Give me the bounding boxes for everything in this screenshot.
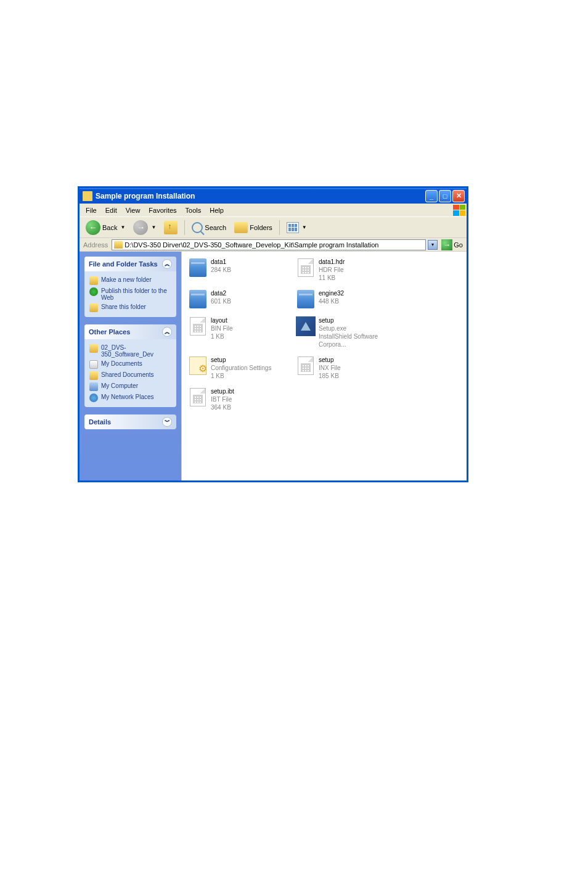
details-header[interactable]: Details ︾ [84, 414, 176, 429]
collapse-icon[interactable]: ︽ [162, 327, 172, 337]
sidebar: File and Folder Tasks ︽ Make a new folde… [80, 252, 181, 480]
file-meta: INX File [319, 364, 341, 372]
document-icon [298, 258, 314, 277]
place-item[interactable]: Shared Documents [89, 370, 171, 381]
address-dropdown[interactable]: ▾ [428, 240, 438, 250]
folder-icon [114, 241, 123, 249]
place-icon [89, 360, 98, 369]
task-label: Share this folder [101, 303, 146, 310]
titlebar[interactable]: Sample program Installation _ □ ✕ [80, 188, 467, 204]
dropdown-icon: ▼ [151, 225, 156, 230]
file-name: engine32 [319, 289, 344, 297]
file-meta: Configuration Settings [211, 364, 271, 372]
separator [184, 220, 185, 235]
file-list[interactable]: data1284 KBdata1.hdrHDR File11 KBdata260… [181, 252, 467, 480]
file-meta: 448 KB [319, 297, 344, 305]
task-label: Make a new folder [101, 276, 152, 283]
back-button[interactable]: ← Back ▼ [83, 219, 128, 236]
address-path: D:\DVS-350 Dirver\02_DVS-350_Software_De… [125, 241, 378, 249]
task-item[interactable]: Publish this folder to the Web [89, 286, 171, 302]
file-meta: 1 KB [211, 372, 271, 380]
file-name: layout [211, 316, 233, 324]
maximize-button[interactable]: □ [439, 190, 451, 202]
document-icon [190, 317, 206, 336]
place-item[interactable]: My Computer [89, 381, 171, 392]
place-item[interactable]: My Network Places [89, 392, 171, 403]
place-item[interactable]: My Documents [89, 359, 171, 370]
file-meta: 1 KB [211, 332, 233, 340]
expand-icon[interactable]: ︾ [162, 417, 172, 427]
menu-edit[interactable]: Edit [101, 205, 121, 216]
cabinet-icon [189, 290, 206, 308]
menu-file[interactable]: File [81, 205, 101, 216]
file-item[interactable]: setupINX File185 KB [295, 355, 402, 381]
folder-icon [83, 191, 92, 201]
up-button[interactable] [161, 220, 181, 236]
task-item[interactable]: Make a new folder [89, 275, 171, 286]
file-item[interactable]: setup.ibtIBT File364 KB [187, 386, 295, 413]
file-name: data1.hdr [319, 258, 345, 266]
file-meta: 601 KB [211, 297, 231, 305]
window-controls: _ □ ✕ [425, 190, 465, 202]
file-name: setup.ibt [211, 387, 234, 395]
separator [279, 220, 280, 235]
address-input[interactable]: D:\DVS-350 Dirver\02_DVS-350_Software_De… [112, 239, 426, 250]
close-button[interactable]: ✕ [452, 190, 465, 202]
window-title: Sample program Installation [96, 192, 425, 200]
folder-up-icon [164, 221, 178, 234]
place-label: 02_DVS-350_Software_Dev [101, 344, 171, 358]
file-meta: 284 KB [211, 266, 231, 274]
menu-favorites[interactable]: Favorites [144, 205, 181, 216]
back-icon: ← [86, 220, 100, 235]
forward-icon: → [133, 220, 148, 235]
views-button[interactable]: ▼ [284, 221, 310, 234]
file-item[interactable]: setupSetup.exeInstallShield Software Cor… [295, 315, 402, 350]
task-icon [89, 303, 98, 312]
content-area: File and Folder Tasks ︽ Make a new folde… [80, 252, 467, 480]
file-meta: 364 KB [211, 403, 234, 411]
toolbar: ← Back ▼ → ▼ Search Folders ▼ [80, 217, 467, 238]
cabinet-icon [189, 258, 206, 277]
folders-button[interactable]: Folders [231, 221, 276, 234]
search-button[interactable]: Search [189, 221, 229, 234]
place-icon [89, 382, 98, 391]
menu-view[interactable]: View [121, 205, 145, 216]
task-icon [89, 276, 98, 285]
file-item[interactable]: engine32448 KB [295, 288, 402, 310]
task-item[interactable]: Share this folder [89, 302, 171, 313]
task-label: Publish this folder to the Web [101, 287, 171, 301]
explorer-window: Sample program Installation _ □ ✕ File E… [78, 186, 468, 482]
file-name: data2 [211, 289, 231, 297]
config-icon [189, 357, 206, 375]
places-panel: Other Places ︽ 02_DVS-350_Software_DevMy… [84, 324, 176, 407]
file-meta: InstallShield Software Corpora... [319, 332, 401, 348]
file-item[interactable]: layoutBIN File1 KB [187, 315, 295, 350]
places-header[interactable]: Other Places ︽ [84, 324, 176, 339]
file-item[interactable]: setupConfiguration Settings1 KB [187, 355, 295, 381]
forward-button[interactable]: → ▼ [130, 219, 159, 236]
file-name: setup [211, 356, 271, 364]
place-icon [89, 344, 98, 353]
file-meta: Setup.exe [319, 324, 401, 332]
cabinet-icon [297, 290, 314, 308]
minimize-button[interactable]: _ [425, 190, 438, 202]
file-item[interactable]: data2601 KB [187, 288, 295, 310]
document-icon [298, 357, 314, 375]
menu-tools[interactable]: Tools [181, 205, 206, 216]
tasks-header[interactable]: File and Folder Tasks ︽ [84, 257, 176, 271]
file-item[interactable]: data1.hdrHDR File11 KB [295, 257, 402, 283]
dropdown-icon: ▼ [120, 225, 125, 230]
collapse-icon[interactable]: ︽ [162, 259, 172, 269]
file-item[interactable]: data1284 KB [187, 257, 295, 283]
go-button[interactable]: → Go [439, 239, 465, 250]
menu-help[interactable]: Help [205, 205, 228, 216]
place-label: My Network Places [101, 394, 154, 400]
windows-logo-icon [453, 205, 465, 216]
file-name: setup [319, 356, 341, 364]
place-label: My Documents [101, 360, 142, 367]
dropdown-icon: ▼ [302, 225, 307, 230]
file-meta: HDR File [319, 266, 345, 274]
file-name: data1 [211, 258, 231, 266]
place-item[interactable]: 02_DVS-350_Software_Dev [89, 343, 171, 359]
menubar: File Edit View Favorites Tools Help [80, 204, 467, 217]
